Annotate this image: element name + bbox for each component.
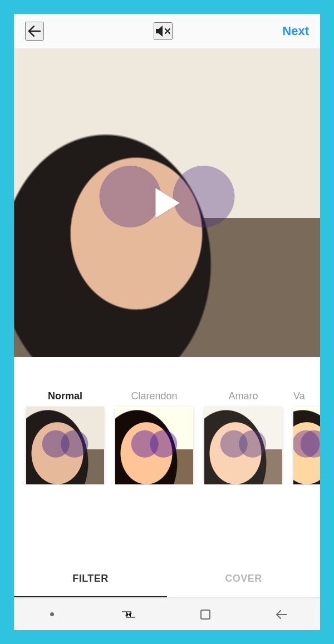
- tab-cover[interactable]: COVER: [167, 561, 320, 597]
- dot-icon: [50, 612, 54, 616]
- filter-area: Normal Clarendon Amaro Va: [14, 357, 320, 561]
- system-navbar: [14, 598, 320, 630]
- arrow-left-icon: [274, 608, 289, 621]
- speaker-muted-icon: [155, 23, 171, 39]
- filter-thumb: [115, 407, 193, 484]
- filter-item-valencia[interactable]: Va: [293, 390, 320, 484]
- filter-label: Va: [293, 390, 320, 402]
- arrow-left-icon: [26, 23, 43, 39]
- nav-back-button[interactable]: [271, 603, 293, 626]
- filter-item-amaro[interactable]: Amaro: [204, 390, 282, 484]
- back-button[interactable]: [25, 22, 44, 41]
- filter-thumb: [293, 407, 320, 484]
- nav-recents-button[interactable]: [117, 603, 140, 626]
- filter-label: Amaro: [204, 390, 282, 402]
- edit-mode-tabs: FILTER COVER: [14, 561, 320, 598]
- video-preview[interactable]: [14, 48, 320, 357]
- square-icon: [199, 608, 212, 621]
- tab-filter[interactable]: FILTER: [14, 561, 167, 597]
- filter-strip[interactable]: Normal Clarendon Amaro Va: [14, 390, 320, 484]
- filter-thumb: [204, 407, 282, 484]
- next-button[interactable]: Next: [282, 24, 309, 38]
- nav-home-button[interactable]: [194, 603, 217, 626]
- filter-item-normal[interactable]: Normal: [26, 390, 104, 484]
- header-bar: Next: [14, 14, 320, 48]
- svg-rect-0: [201, 610, 210, 619]
- mute-button[interactable]: [154, 22, 173, 40]
- filter-item-clarendon[interactable]: Clarendon: [115, 390, 193, 484]
- play-icon: [153, 186, 181, 220]
- recents-icon: [121, 608, 136, 621]
- filter-label: Normal: [26, 390, 104, 402]
- filter-label: Clarendon: [115, 390, 193, 402]
- filter-thumb: [26, 407, 104, 484]
- nav-dot-button[interactable]: [41, 603, 63, 626]
- video-edit-screen: Next Normal Clarendon Amaro: [14, 14, 320, 630]
- play-button[interactable]: [147, 183, 187, 223]
